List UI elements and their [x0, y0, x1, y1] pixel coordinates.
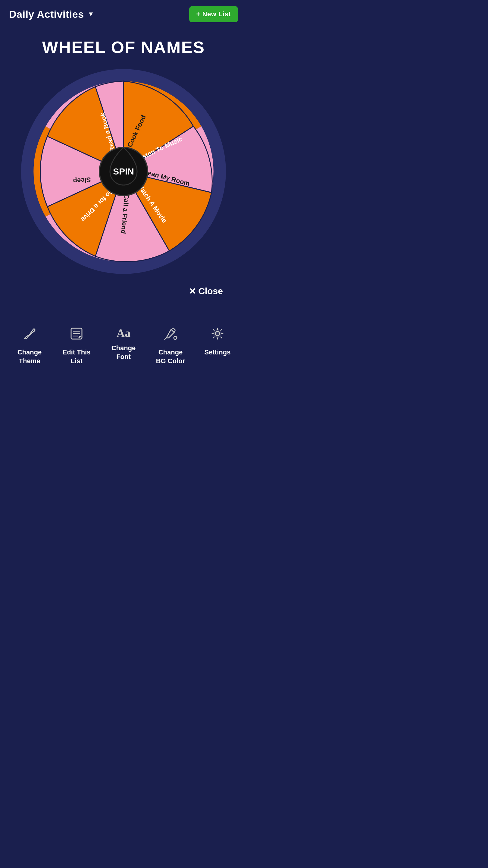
app-header: Daily Activities ▼ + New List — [0, 0, 247, 28]
list-title: Daily Activities — [9, 8, 84, 20]
edit-list-icon — [69, 327, 84, 344]
label-sleep: Sleep — [73, 176, 91, 185]
page-title: WHEEL OF NAMES — [0, 37, 247, 57]
spin-label: SPIN — [113, 166, 134, 176]
settings-label: Settings — [204, 348, 231, 357]
svg-line-5 — [164, 338, 166, 340]
close-icon: ✕ — [189, 286, 196, 296]
dropdown-arrow-icon[interactable]: ▼ — [88, 10, 94, 18]
gear-icon — [210, 327, 225, 344]
close-label: Close — [198, 286, 223, 296]
paint-bucket-icon — [163, 327, 178, 344]
change-theme-label: ChangeTheme — [18, 348, 42, 365]
settings-button[interactable]: Settings — [198, 327, 237, 357]
change-bg-button[interactable]: ChangeBG Color — [151, 327, 190, 365]
bottom-toolbar: ChangeTheme Edit ThisList Aa ChangeFont — [0, 314, 247, 374]
brush-icon — [22, 327, 37, 344]
close-button[interactable]: ✕ Close — [0, 286, 247, 296]
wheel-outer: .seg-text { font-family: 'Arial Black', … — [21, 69, 226, 274]
change-bg-label: ChangeBG Color — [156, 348, 185, 365]
header-left: Daily Activities ▼ — [9, 8, 94, 20]
change-font-button[interactable]: Aa ChangeFont — [104, 327, 143, 361]
change-theme-button[interactable]: ChangeTheme — [10, 327, 49, 365]
edit-list-label: Edit ThisList — [63, 348, 91, 365]
font-icon: Aa — [117, 327, 130, 340]
wheel-container: .seg-text { font-family: 'Arial Black', … — [18, 66, 229, 277]
edit-list-button[interactable]: Edit ThisList — [57, 327, 96, 365]
change-font-label: ChangeFont — [111, 344, 136, 361]
wheel[interactable]: .seg-text { font-family: 'Arial Black', … — [27, 75, 220, 268]
new-list-button[interactable]: + New List — [189, 6, 238, 22]
